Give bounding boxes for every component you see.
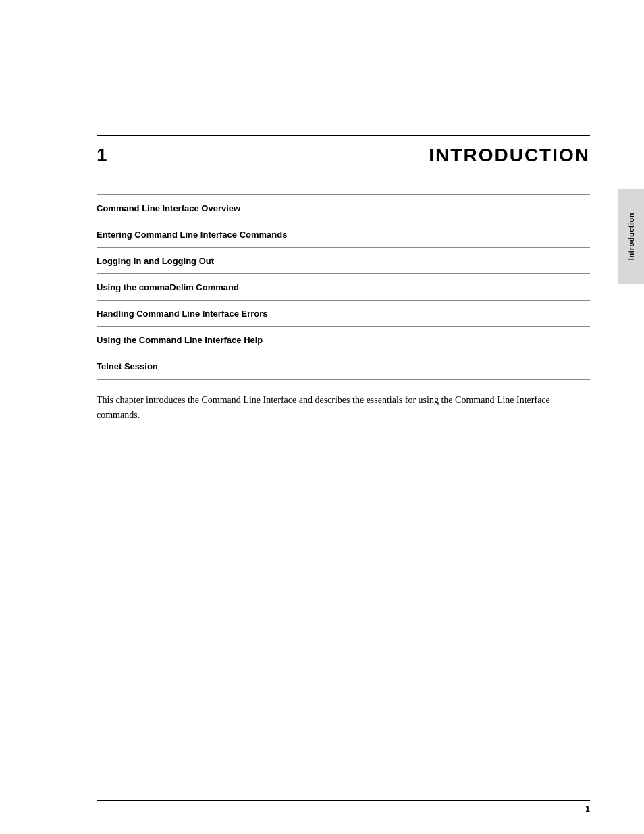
page-number: 1 — [585, 804, 590, 814]
toc-item[interactable]: Command Line Interface Overview — [97, 195, 590, 221]
toc-item[interactable]: Logging In and Logging Out — [97, 248, 590, 274]
footer: 1 — [0, 800, 644, 814]
footer-content: 1 — [97, 804, 590, 814]
footer-rule — [97, 800, 590, 801]
toc-item[interactable]: Using the commaDelim Command — [97, 274, 590, 301]
toc-item[interactable]: Entering Command Line Interface Commands — [97, 221, 590, 248]
toc-item[interactable]: Handling Command Line Interface Errors — [97, 301, 590, 327]
toc-item[interactable]: Using the Command Line Interface Help — [97, 327, 590, 353]
side-tab: Introduction — [618, 189, 644, 284]
toc-item-label: Entering Command Line Interface Commands — [97, 230, 287, 240]
toc-item-label: Logging In and Logging Out — [97, 256, 214, 266]
chapter-header: 1 INTRODUCTION — [97, 136, 590, 174]
toc-item-label: Command Line Interface Overview — [97, 203, 240, 213]
table-of-contents: Command Line Interface OverviewEntering … — [97, 194, 590, 380]
chapter-number: 1 — [97, 145, 107, 166]
toc-item[interactable]: Telnet Session — [97, 353, 590, 380]
chapter-title: INTRODUCTION — [429, 145, 590, 166]
toc-item-label: Telnet Session — [97, 361, 158, 371]
body-text: This chapter introduces the Command Line… — [97, 393, 590, 423]
toc-item-label: Using the Command Line Interface Help — [97, 335, 263, 345]
toc-item-label: Using the commaDelim Command — [97, 282, 239, 292]
toc-item-label: Handling Command Line Interface Errors — [97, 309, 268, 319]
side-tab-label: Introduction — [627, 213, 635, 260]
